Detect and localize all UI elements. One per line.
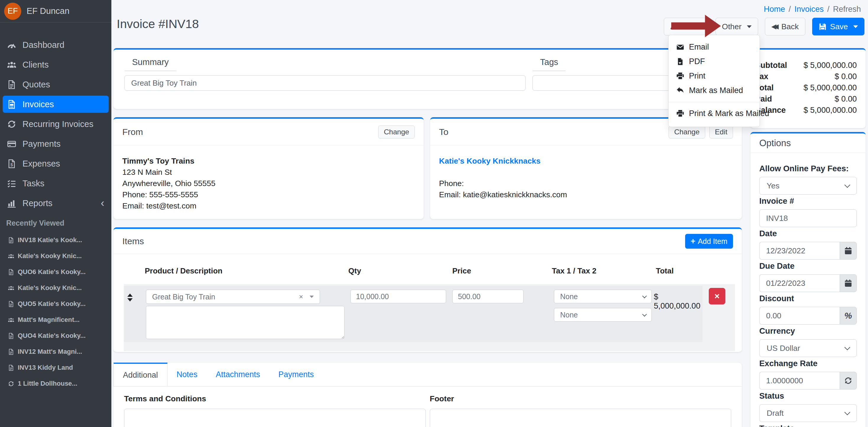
- tax-value: $ 0.00: [835, 71, 857, 82]
- tab-attachments[interactable]: Attachments: [207, 363, 269, 386]
- recent-item-label: QUO6 Katie's Kooky...: [18, 268, 86, 276]
- date-calendar-button[interactable]: [840, 242, 857, 260]
- column-header-product: Product / Description: [145, 266, 222, 275]
- recent-item[interactable]: QUO6 Katie's Kooky...: [0, 264, 112, 280]
- recent-item[interactable]: INV12 Matt's Magni...: [0, 344, 112, 360]
- qty-input[interactable]: [350, 290, 446, 303]
- from-card: From Change Timmy's Toy Trains 123 N Mai…: [114, 117, 424, 219]
- from-to-row: From Change Timmy's Toy Trains 123 N Mai…: [114, 117, 742, 219]
- recent-item[interactable]: Matt's Magnificent...: [0, 312, 112, 328]
- sidebar-item-recurring-invoices[interactable]: Recurring Invoices: [3, 116, 109, 133]
- tax1-select-value: None: [560, 292, 578, 301]
- recent-item[interactable]: Katie's Kooky Knic...: [0, 280, 112, 296]
- sync-icon: [8, 381, 14, 387]
- sidebar-item-label: Tasks: [23, 179, 44, 188]
- sidebar-item-label: Clients: [23, 60, 49, 70]
- invoice-number-input[interactable]: [759, 209, 857, 227]
- delete-item-button[interactable]: ×: [709, 288, 725, 304]
- subtotal-row: Subtotal $ 5,000,000.00: [755, 60, 857, 71]
- breadcrumb-invoices-link[interactable]: Invoices: [795, 5, 824, 14]
- pay-fees-select[interactable]: Yes: [759, 177, 857, 195]
- menu-item-pdf[interactable]: PDF: [669, 54, 760, 69]
- recent-item[interactable]: 1 Little Dollhouse...: [0, 375, 112, 392]
- footer-textarea[interactable]: [430, 409, 732, 427]
- sidebar-item-expenses[interactable]: Expenses: [3, 155, 109, 172]
- summary-card: Summary Tags: [114, 48, 742, 109]
- file-icon: [8, 269, 14, 275]
- item-description-textarea[interactable]: [146, 306, 344, 339]
- recent-item-label: QUO4 Katie's Kooky...: [18, 332, 86, 339]
- balance-row: Balance $ 5,000,000.00: [755, 104, 857, 116]
- recent-item[interactable]: INV13 Kiddy Land: [0, 360, 112, 375]
- calendar-icon: [844, 279, 852, 287]
- summary-input[interactable]: [124, 75, 526, 91]
- due-date-input[interactable]: [759, 274, 840, 292]
- currency-select[interactable]: US Dollar: [759, 339, 857, 357]
- invoice-number-label: Invoice #: [759, 196, 857, 206]
- sidebar-item-payments[interactable]: Payments: [3, 135, 109, 152]
- right-column: Subtotal $ 5,000,000.00 Tax $ 0.00 Total…: [750, 48, 866, 427]
- tax2-select[interactable]: None: [554, 308, 652, 322]
- menu-item-mark-as-mailed[interactable]: Mark as Mailed: [669, 83, 760, 98]
- footer-label: Footer: [430, 394, 732, 403]
- tax1-select[interactable]: None: [554, 290, 652, 303]
- recent-item[interactable]: QUO4 Katie's Kooky...: [0, 328, 112, 344]
- back-button-label: Back: [781, 22, 799, 31]
- due-date-calendar-button[interactable]: [840, 274, 857, 292]
- breadcrumb-home-link[interactable]: Home: [764, 5, 785, 14]
- status-select[interactable]: Draft: [759, 404, 857, 422]
- terms-textarea[interactable]: [124, 409, 426, 427]
- save-button[interactable]: Save: [812, 18, 864, 35]
- sidebar-item-tasks[interactable]: Tasks: [3, 175, 109, 192]
- tab-additional[interactable]: Additional: [114, 363, 167, 386]
- percent-icon: %: [844, 311, 852, 321]
- clear-icon[interactable]: ×: [299, 293, 303, 301]
- product-select[interactable]: Great Big Toy Train ×: [146, 290, 320, 304]
- to-change-button[interactable]: Change: [669, 126, 705, 138]
- exchange-rate-sync-button[interactable]: [840, 372, 857, 390]
- sync-icon: [844, 376, 852, 385]
- to-edit-button[interactable]: Edit: [709, 126, 733, 138]
- terms-label: Terms and Conditions: [124, 394, 426, 403]
- recent-item[interactable]: QUO5 Katie's Kooky...: [0, 296, 112, 312]
- file-dollar-icon: [7, 159, 16, 168]
- tab-payments[interactable]: Payments: [269, 363, 323, 386]
- menu-item-email[interactable]: Email: [669, 40, 760, 54]
- add-item-button[interactable]: + Add Item: [685, 234, 733, 249]
- sidebar-item-reports[interactable]: Reports ‹: [3, 195, 109, 212]
- tab-content-additional: Terms and Conditions Footer: [114, 387, 742, 427]
- brand[interactable]: EF EF Duncan: [0, 0, 112, 23]
- menu-item-print-and-mark-as-mailed[interactable]: Print & Mark as Mailed: [669, 106, 760, 121]
- recent-item-label: Katie's Kooky Knic...: [18, 284, 82, 292]
- sidebar-item-invoices[interactable]: Invoices: [3, 96, 109, 113]
- recent-item-label: QUO5 Katie's Kooky...: [18, 300, 86, 308]
- price-input[interactable]: [452, 290, 524, 303]
- chevron-down-icon: [844, 344, 850, 350]
- subtotal-value: $ 5,000,000.00: [804, 60, 857, 71]
- recent-item[interactable]: INV18 Katie's Kook...: [0, 232, 112, 248]
- sync-icon: [7, 120, 16, 129]
- drag-handle-icon[interactable]: [127, 294, 133, 301]
- sidebar-item-clients[interactable]: Clients: [3, 56, 109, 73]
- sidebar-item-dashboard[interactable]: Dashboard: [3, 36, 109, 54]
- sidebar-nav: Dashboard Clients Quotes Invoices Recurr…: [0, 23, 112, 212]
- other-button[interactable]: Other: [716, 18, 758, 35]
- add-item-label: Add Item: [698, 237, 727, 246]
- exchange-rate-input[interactable]: [759, 372, 840, 390]
- items-zone: Great Big Toy Train × None: [124, 284, 735, 351]
- recent-item-label: INV12 Matt's Magni...: [18, 348, 82, 356]
- date-input[interactable]: [759, 242, 840, 260]
- caret-down-icon[interactable]: [853, 25, 858, 28]
- recent-item[interactable]: Katie's Kooky Knic...: [0, 248, 112, 264]
- menu-item-print[interactable]: Print: [669, 69, 760, 83]
- chevron-down-icon: [642, 312, 647, 317]
- tab-notes[interactable]: Notes: [167, 363, 207, 386]
- sidebar-item-quotes[interactable]: Quotes: [3, 76, 109, 93]
- client-name-link[interactable]: Katie's Kooky Knickknacks: [439, 157, 541, 165]
- discount-percent-button[interactable]: %: [840, 307, 857, 325]
- back-button[interactable]: ◀◀ Back: [765, 18, 805, 35]
- discount-input[interactable]: [759, 307, 840, 325]
- menu-item-label: PDF: [689, 57, 705, 66]
- envelope-icon: [676, 43, 684, 51]
- from-change-button[interactable]: Change: [378, 126, 415, 138]
